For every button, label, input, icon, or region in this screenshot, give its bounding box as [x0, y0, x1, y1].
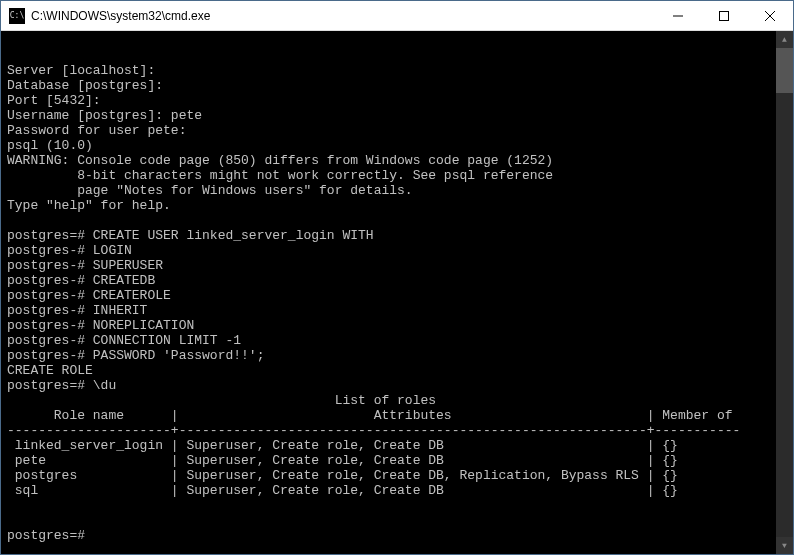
terminal-line: List of roles: [7, 393, 793, 408]
scroll-track[interactable]: [776, 48, 793, 537]
terminal-line: [7, 498, 793, 513]
terminal-line: linked_server_login | Superuser, Create …: [7, 438, 793, 453]
terminal-line: postgres=# \du: [7, 378, 793, 393]
titlebar[interactable]: C:\ C:\WINDOWS\system32\cmd.exe: [1, 1, 793, 31]
maximize-button[interactable]: [701, 1, 747, 30]
terminal-line: postgres-# CONNECTION LIMIT -1: [7, 333, 793, 348]
terminal-output[interactable]: Server [localhost]:Database [postgres]:P…: [1, 31, 793, 554]
close-icon: [765, 11, 775, 21]
terminal-line: postgres=#: [7, 528, 793, 543]
terminal-line: postgres-# LOGIN: [7, 243, 793, 258]
terminal-line: Port [5432]:: [7, 93, 793, 108]
terminal-line: Password for user pete:: [7, 123, 793, 138]
terminal-line: pete | Superuser, Create role, Create DB…: [7, 453, 793, 468]
terminal-line: Server [localhost]:: [7, 63, 793, 78]
scroll-thumb[interactable]: [776, 48, 793, 93]
terminal-line: Database [postgres]:: [7, 78, 793, 93]
terminal-line: ---------------------+------------------…: [7, 423, 793, 438]
terminal-line: Username [postgres]: pete: [7, 108, 793, 123]
terminal-line: postgres-# CREATEDB: [7, 273, 793, 288]
terminal-line: postgres-# NOREPLICATION: [7, 318, 793, 333]
terminal-line: page "Notes for Windows users" for detai…: [7, 183, 793, 198]
window-controls: [655, 1, 793, 30]
terminal-line: postgres-# SUPERUSER: [7, 258, 793, 273]
terminal-line: CREATE ROLE: [7, 363, 793, 378]
terminal-line: Type "help" for help.: [7, 198, 793, 213]
window-title: C:\WINDOWS\system32\cmd.exe: [31, 9, 655, 23]
minimize-icon: [673, 11, 683, 21]
cmd-icon: C:\: [9, 8, 25, 24]
terminal-line: postgres-# CREATEROLE: [7, 288, 793, 303]
terminal-lines: Server [localhost]:Database [postgres]:P…: [7, 63, 793, 543]
terminal-line: [7, 513, 793, 528]
svg-rect-1: [720, 11, 729, 20]
minimize-button[interactable]: [655, 1, 701, 30]
terminal-line: psql (10.0): [7, 138, 793, 153]
terminal-line: sql | Superuser, Create role, Create DB …: [7, 483, 793, 498]
terminal-line: postgres-# PASSWORD 'Password!!';: [7, 348, 793, 363]
cmd-window: C:\ C:\WINDOWS\system32\cmd.exe Server […: [0, 0, 794, 555]
terminal-line: [7, 213, 793, 228]
terminal-line: postgres | Superuser, Create role, Creat…: [7, 468, 793, 483]
terminal-line: postgres-# INHERIT: [7, 303, 793, 318]
scrollbar[interactable]: ▲ ▼: [776, 31, 793, 554]
scroll-down-icon[interactable]: ▼: [776, 537, 793, 554]
close-button[interactable]: [747, 1, 793, 30]
terminal-line: postgres=# CREATE USER linked_server_log…: [7, 228, 793, 243]
terminal-line: WARNING: Console code page (850) differs…: [7, 153, 793, 168]
terminal-line: Role name | Attributes | Member of: [7, 408, 793, 423]
terminal-line: 8-bit characters might not work correctl…: [7, 168, 793, 183]
maximize-icon: [719, 11, 729, 21]
scroll-up-icon[interactable]: ▲: [776, 31, 793, 48]
